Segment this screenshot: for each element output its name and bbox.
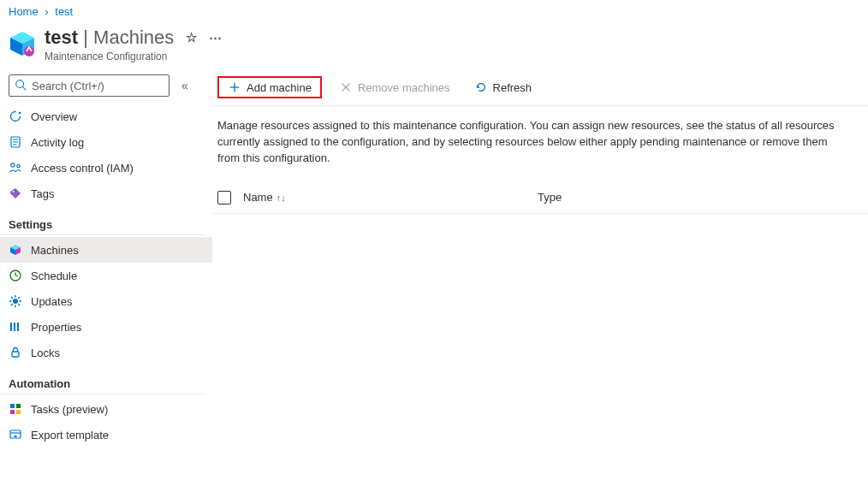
plus-icon xyxy=(228,80,241,94)
tags-icon xyxy=(9,187,22,200)
svg-point-13 xyxy=(17,164,20,167)
svg-rect-33 xyxy=(12,352,19,357)
page-subtitle: Maintenance Configuration xyxy=(45,50,222,62)
search-icon xyxy=(15,79,27,93)
sidebar-item-overview[interactable]: Overview xyxy=(0,104,212,129)
svg-rect-35 xyxy=(16,404,21,408)
sort-icon: ↑↓ xyxy=(276,193,286,203)
sidebar-item-label: Activity log xyxy=(31,136,84,149)
column-header-type[interactable]: Type xyxy=(538,191,863,204)
sidebar-item-tasks[interactable]: Tasks (preview) xyxy=(0,396,212,422)
sidebar-item-label: Properties xyxy=(31,321,81,334)
main-content: Add machine Remove machines Refresh Mana… xyxy=(212,71,868,447)
sidebar-item-schedule[interactable]: Schedule xyxy=(0,263,212,288)
sidebar-search[interactable] xyxy=(9,74,169,97)
sidebar-group-settings: Settings xyxy=(0,211,205,235)
sidebar-group-automation: Automation xyxy=(0,370,205,394)
sidebar-item-tags[interactable]: Tags xyxy=(0,181,212,206)
button-label: Remove machines xyxy=(358,81,450,94)
svg-line-20 xyxy=(15,276,18,276)
select-all-checkbox[interactable] xyxy=(217,191,231,204)
sidebar-item-label: Export template xyxy=(31,429,109,441)
access-control-icon xyxy=(9,161,22,175)
sidebar-item-locks[interactable]: Locks xyxy=(0,340,212,365)
updates-icon xyxy=(9,294,22,308)
search-input[interactable] xyxy=(32,80,163,92)
svg-line-26 xyxy=(11,297,13,299)
sidebar-item-access-control[interactable]: Access control (IAM) xyxy=(0,155,212,181)
svg-point-12 xyxy=(11,163,15,167)
sidebar-item-label: Overview xyxy=(31,110,77,123)
svg-line-5 xyxy=(23,86,27,90)
toolbar: Add machine Remove machines Refresh xyxy=(212,71,868,106)
page-header: test | Machines ☆ ⋯ Maintenance Configur… xyxy=(0,23,868,71)
page-title: test | Machines ☆ ⋯ xyxy=(45,27,222,49)
breadcrumb-current[interactable]: test xyxy=(55,5,73,18)
sidebar-item-label: Tasks (preview) xyxy=(31,403,108,416)
activity-log-icon xyxy=(9,135,22,149)
machines-icon xyxy=(9,243,22,257)
schedule-icon xyxy=(9,269,22,282)
page-description: Manage resources assigned to this mainte… xyxy=(212,106,846,182)
svg-line-27 xyxy=(18,304,20,305)
sidebar-item-properties[interactable]: Properties xyxy=(0,314,212,340)
refresh-button[interactable]: Refresh xyxy=(467,77,539,98)
sidebar-item-label: Locks xyxy=(31,347,60,359)
locks-icon xyxy=(9,346,22,359)
svg-line-28 xyxy=(11,304,13,305)
button-label: Add machine xyxy=(247,81,312,94)
svg-point-7 xyxy=(19,112,21,115)
sidebar-item-activity-log[interactable]: Activity log xyxy=(0,129,212,155)
breadcrumb-separator-icon: › xyxy=(45,5,48,18)
button-label: Refresh xyxy=(493,81,532,94)
sidebar-item-label: Tags xyxy=(31,187,54,200)
sidebar-item-export-template[interactable]: Export template xyxy=(0,422,212,447)
svg-point-14 xyxy=(13,191,15,193)
sidebar: « Overview Activity log Access control (… xyxy=(0,71,212,447)
sidebar-item-label: Schedule xyxy=(31,270,77,282)
properties-icon xyxy=(9,320,22,334)
column-header-name[interactable]: Name ↑↓ xyxy=(243,191,526,204)
sidebar-item-label: Updates xyxy=(31,295,72,308)
table-header: Name ↑↓ Type xyxy=(212,182,868,214)
svg-point-21 xyxy=(13,299,18,304)
svg-rect-37 xyxy=(16,410,21,414)
collapse-sidebar-icon[interactable]: « xyxy=(178,75,192,96)
more-actions-icon[interactable]: ⋯ xyxy=(209,30,222,45)
sidebar-item-label: Machines xyxy=(31,244,79,257)
add-machine-button[interactable]: Add machine xyxy=(217,76,322,98)
resource-type-icon xyxy=(9,30,36,57)
sidebar-item-label: Access control (IAM) xyxy=(31,162,134,175)
overview-icon xyxy=(9,110,22,123)
svg-rect-36 xyxy=(10,410,15,414)
breadcrumb: Home › test xyxy=(0,0,868,23)
tasks-icon xyxy=(9,402,22,416)
export-template-icon xyxy=(9,428,22,441)
sidebar-item-updates[interactable]: Updates xyxy=(0,288,212,314)
refresh-icon xyxy=(474,80,488,94)
remove-machines-button: Remove machines xyxy=(332,77,457,98)
sidebar-item-machines[interactable]: Machines xyxy=(0,237,212,263)
x-icon xyxy=(339,80,353,94)
breadcrumb-home[interactable]: Home xyxy=(9,5,39,18)
favorite-star-icon[interactable]: ☆ xyxy=(186,30,197,45)
svg-rect-34 xyxy=(10,404,15,408)
svg-point-4 xyxy=(16,80,24,87)
svg-line-29 xyxy=(18,297,20,299)
